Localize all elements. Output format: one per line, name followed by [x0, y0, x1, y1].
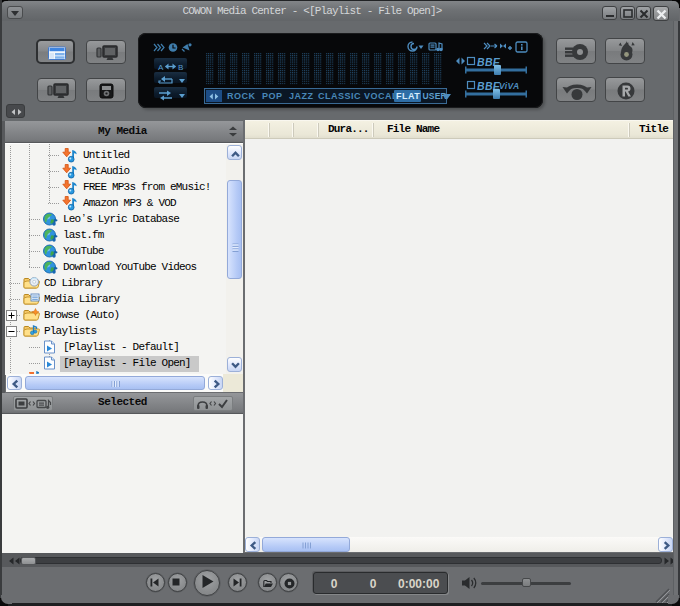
svg-text:A: A [158, 63, 164, 72]
svg-text:B: B [178, 63, 183, 72]
